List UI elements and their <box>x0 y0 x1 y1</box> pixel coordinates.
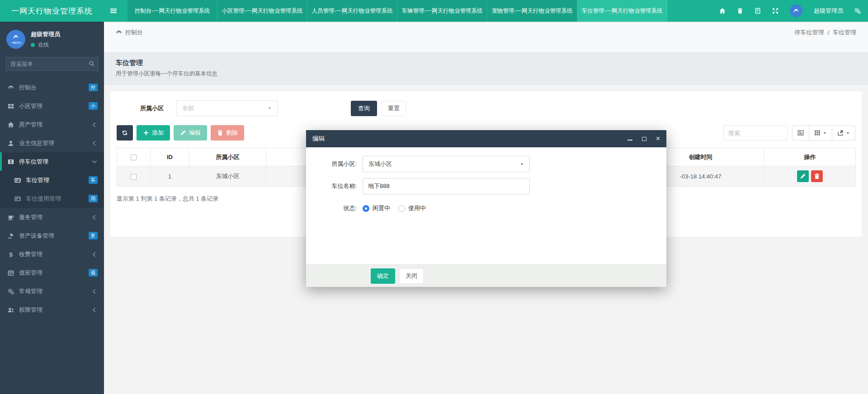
sidebar-item-parking-space[interactable]: 车位管理车 <box>0 171 104 189</box>
trash-icon <box>217 130 223 136</box>
sidebar-item-duty[interactable]: 值班管理值 <box>0 263 104 282</box>
maximize-icon[interactable] <box>642 136 646 142</box>
breadcrumb-current: 车位管理 <box>833 28 856 37</box>
chevron-left-icon <box>91 214 98 220</box>
add-button[interactable]: 添加 <box>137 125 170 141</box>
film-icon <box>7 159 14 165</box>
logo-swoosh-icon <box>12 33 19 41</box>
card-icon <box>14 196 21 202</box>
avatar[interactable]: 一网天行 <box>6 30 25 49</box>
sidebar-item-billing[interactable]: $收费管理 <box>0 245 104 263</box>
modal-close-button[interactable]: 关闭 <box>399 268 424 284</box>
pencil-icon <box>180 130 186 136</box>
community-select[interactable]: 全部 <box>176 100 278 116</box>
sidebar-item-asset[interactable]: 资产设备管理资 <box>0 226 104 245</box>
confirm-button[interactable]: 确定 <box>371 268 395 284</box>
sidebar-item-permission[interactable]: 权限管理 <box>0 300 104 319</box>
modal-name-input[interactable] <box>363 178 530 194</box>
sidebar-menu: 控制台控 小区管理小 房产管理 业主信息管理 停车位管理 车位管理车 车位使用管… <box>0 78 104 319</box>
sidebar-item-parking-mgmt[interactable]: 停车位管理 <box>0 152 104 171</box>
select-all-header <box>117 148 151 166</box>
tachometer-icon <box>7 84 14 91</box>
export-button[interactable] <box>832 125 855 141</box>
breadcrumb-parent[interactable]: 停车位管理 <box>794 28 824 37</box>
sidebar: 一网天行 超级管理员 在线 控制台控 小区管理小 房产管理 业主信息管理 停车位… <box>0 22 104 394</box>
modal-community-label: 所属小区: <box>306 160 363 168</box>
user-menu[interactable]: 超级管理员 <box>814 7 843 15</box>
sidebar-item-console[interactable]: 控制台控 <box>0 78 104 97</box>
refresh-icon <box>122 130 128 136</box>
profile-name: 超级管理员 <box>31 30 60 38</box>
sidebar-toggle-button[interactable] <box>104 0 123 22</box>
settings-gears-icon[interactable] <box>854 8 861 14</box>
reset-button[interactable]: 重置 <box>382 101 406 116</box>
select-all-checkbox[interactable] <box>131 155 137 160</box>
row-community-cell: 东城小区 <box>189 166 266 187</box>
modal-name-label: 车位名称: <box>306 182 363 190</box>
columns-button[interactable] <box>809 125 832 141</box>
modal-body: 所属小区: 东城小区 车位名称: 状态: 闲置中 使用中 <box>306 147 666 264</box>
chevron-down-icon <box>91 159 98 165</box>
trash-icon[interactable] <box>737 8 743 14</box>
chevron-left-icon <box>91 122 98 128</box>
query-button[interactable]: 查询 <box>351 101 377 116</box>
sidebar-item-service[interactable]: 服务管理 <box>0 208 104 226</box>
badge: 值 <box>89 269 98 277</box>
logo-text: 一网天行 <box>10 41 21 45</box>
delete-button-disabled[interactable]: 删除 <box>211 125 244 141</box>
page-title: 车位管理 <box>116 59 856 67</box>
modal-community-select[interactable]: 东城小区 <box>363 156 530 172</box>
detail-view-icon <box>797 130 804 136</box>
brand-title: 一网天行物业管理系统 <box>0 0 104 22</box>
home-icon[interactable] <box>719 8 726 14</box>
modal-community-value: 东城小区 <box>368 160 392 168</box>
badge: 小 <box>89 102 98 110</box>
radio-inuse[interactable] <box>398 205 405 212</box>
col-community: 所属小区 <box>189 148 266 166</box>
sidebar-item-general[interactable]: 常规管理 <box>0 282 104 300</box>
avatar[interactable] <box>790 5 802 17</box>
col-actions: 操作 <box>764 148 856 166</box>
minimize-icon[interactable] <box>627 136 632 142</box>
breadcrumb-console[interactable]: 控制台 <box>125 28 143 37</box>
online-status: 在线 <box>31 41 60 49</box>
columns-icon <box>814 130 821 136</box>
row-checkbox[interactable] <box>131 174 137 180</box>
tab-console[interactable]: 控制台-一网天行物业管理系统 <box>127 0 217 22</box>
tab-personnel[interactable]: 人员管理-一网天行物业管理系统 <box>307 0 397 22</box>
menu-search-input[interactable] <box>5 57 99 71</box>
modal-header[interactable]: 编辑 × <box>306 130 666 147</box>
tab-community[interactable]: 小区管理-一网天行物业管理系统 <box>217 0 307 22</box>
radio-idle-selected[interactable] <box>363 205 369 212</box>
cogs-icon <box>7 288 14 295</box>
chevron-left-icon <box>91 140 98 146</box>
calendar-icon <box>7 270 14 276</box>
online-dot-icon <box>31 43 35 47</box>
log-book-icon[interactable] <box>755 8 761 14</box>
tab-pet[interactable]: 宠物管理-一网天行物业管理系统 <box>487 0 577 22</box>
user-icon <box>7 140 14 146</box>
home-icon <box>7 122 14 128</box>
edit-button-disabled[interactable]: 编辑 <box>174 125 207 141</box>
tab-parking-active[interactable]: 车位管理-一网天行物业管理系统 <box>577 0 667 22</box>
detail-view-button[interactable] <box>792 125 809 141</box>
fullscreen-icon[interactable] <box>772 8 778 14</box>
sidebar-item-property[interactable]: 房产管理 <box>0 115 104 134</box>
refresh-button[interactable] <box>117 125 133 141</box>
dollar-icon: $ <box>7 251 14 258</box>
row-delete-button[interactable] <box>811 170 823 182</box>
modal-title: 编辑 <box>312 135 325 143</box>
sidebar-item-parking-usage[interactable]: 车位使用管理用 <box>0 189 104 208</box>
breadcrumb-bar: 控制台 停车位管理 / 车位管理 <box>104 22 868 52</box>
sidebar-item-community[interactable]: 小区管理小 <box>0 97 104 115</box>
hamburger-icon <box>110 8 117 14</box>
pencil-icon <box>800 173 806 179</box>
table-search-input[interactable] <box>723 125 788 141</box>
breadcrumb: 控制台 <box>116 28 143 37</box>
sidebar-item-owner-info[interactable]: 业主信息管理 <box>0 134 104 152</box>
row-edit-button[interactable] <box>797 170 809 182</box>
caret-down-icon <box>520 162 524 166</box>
close-icon[interactable]: × <box>656 136 660 142</box>
tab-vehicle[interactable]: 车辆管理-一网天行物业管理系统 <box>397 0 487 22</box>
window-tabs: 控制台-一网天行物业管理系统 小区管理-一网天行物业管理系统 人员管理-一网天行… <box>127 0 667 22</box>
